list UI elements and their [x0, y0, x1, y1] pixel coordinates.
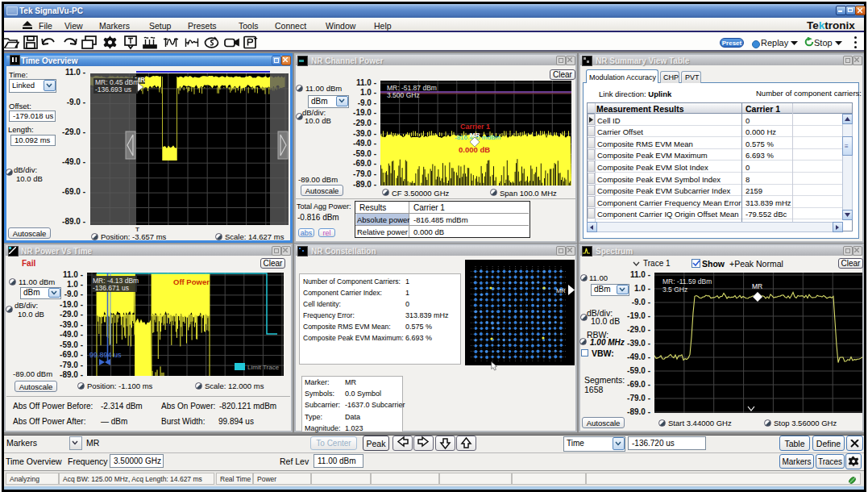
svg-text:MR: MR — [556, 287, 566, 294]
svg-text:Off Power: Off Power — [173, 277, 210, 286]
svg-text:3.5 GHz: 3.5 GHz — [662, 286, 687, 294]
svg-text:Carrier 1: Carrier 1 — [460, 123, 490, 131]
svg-text:0.000 dB: 0.000 dB — [459, 145, 490, 154]
svg-text:99.894 us: 99.894 us — [89, 351, 122, 359]
svg-text:MR: MR — [752, 282, 762, 290]
svg-text:-136.693 us: -136.693 us — [95, 85, 131, 94]
svg-text:MR: -11.59 dBm: MR: -11.59 dBm — [662, 277, 712, 286]
svg-text:3.500 GHz: 3.500 GHz — [387, 91, 420, 99]
svg-text:-136.671 us: -136.671 us — [93, 284, 129, 292]
svg-text:Limit Trace: Limit Trace — [247, 364, 280, 371]
